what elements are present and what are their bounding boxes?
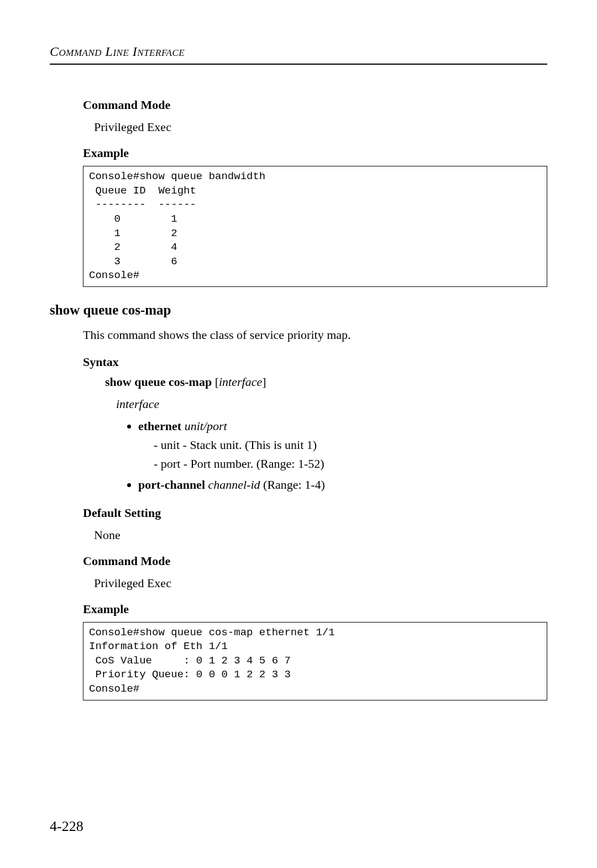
command-mode-value-2: Privileged Exec xyxy=(94,574,547,592)
bullet-ethernet: ethernet unit/port - unit - Stack unit. … xyxy=(138,417,547,473)
interface-subhead: interface xyxy=(116,397,547,411)
syntax-close-bracket: ] xyxy=(262,375,266,389)
command-mode-value: Privileged Exec xyxy=(94,118,547,136)
command-description: This command shows the class of service … xyxy=(83,326,547,344)
interface-bullets: ethernet unit/port - unit - Stack unit. … xyxy=(138,417,547,494)
example-label-2: Example xyxy=(83,602,547,616)
syntax-open-bracket: [ xyxy=(212,375,219,389)
bullet-port-channel-bold: port-channel xyxy=(138,478,205,491)
bullet-ethernet-sub2: - port - Port number. (Range: 1-52) xyxy=(154,454,547,473)
syntax-interface-arg: interface xyxy=(219,375,262,389)
command-heading: show queue cos-map xyxy=(50,302,547,318)
bullet-port-channel-ital: channel-id xyxy=(205,478,260,491)
bullet-ethernet-sub1: - unit - Stack unit. (This is unit 1) xyxy=(154,436,547,454)
running-head: Command Line Interface xyxy=(50,44,547,59)
page: Command Line Interface Command Mode Priv… xyxy=(0,0,597,868)
bullet-port-channel: port-channel channel-id (Range: 1-4) xyxy=(138,475,547,494)
example-label: Example xyxy=(83,146,547,160)
command-mode-label: Command Mode xyxy=(83,98,547,112)
syntax-command: show queue cos-map xyxy=(105,375,212,389)
bullet-ethernet-bold: ethernet xyxy=(138,419,181,433)
page-number: 4-228 xyxy=(50,818,83,835)
syntax-line: show queue cos-map [interface] xyxy=(105,375,547,389)
bullet-ethernet-ital: unit/port xyxy=(181,419,227,433)
bullet-port-channel-tail: (Range: 1-4) xyxy=(260,478,325,491)
example-code-box-2: Console#show queue cos-map ethernet 1/1 … xyxy=(83,622,547,700)
default-setting-value: None xyxy=(94,526,547,544)
header-rule xyxy=(50,64,547,65)
default-setting-label: Default Setting xyxy=(83,506,547,520)
syntax-label: Syntax xyxy=(83,355,547,369)
command-mode-label-2: Command Mode xyxy=(83,554,547,568)
example-code-box: Console#show queue bandwidth Queue ID We… xyxy=(83,166,547,287)
